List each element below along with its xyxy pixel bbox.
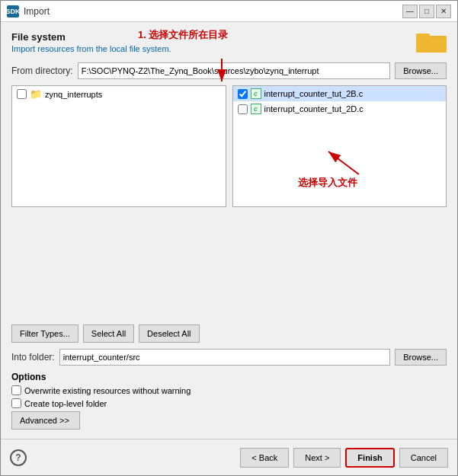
file-panels: 📁 zynq_interrupts c interrupt_counter_tu… <box>11 85 447 318</box>
overwrite-checkbox-row: Overwrite existing resources without war… <box>11 385 447 395</box>
bottom-left: ? <box>10 449 27 466</box>
title-bar: SDK Import — □ ✕ <box>1 1 457 22</box>
annotation-1: 1. 选择文件所在目录 <box>138 28 228 42</box>
overwrite-label: Overwrite existing resources without war… <box>24 386 191 395</box>
from-directory-input[interactable] <box>78 62 390 79</box>
c-file-icon: c <box>251 88 261 99</box>
into-folder-input[interactable] <box>59 349 390 366</box>
next-button[interactable]: Next > <box>293 448 341 468</box>
options-title: Options <box>11 372 447 382</box>
right-item-1-label: interrupt_counter_tut_2B.c <box>264 89 364 98</box>
cancel-button[interactable]: Cancel <box>399 448 448 468</box>
svg-rect-3 <box>416 37 447 53</box>
back-button[interactable]: < Back <box>240 448 289 468</box>
finish-button[interactable]: Finish <box>345 448 394 468</box>
into-folder-row: Into folder: Browse... <box>11 349 447 366</box>
folder-icon: 📁 <box>30 88 42 100</box>
help-button[interactable]: ? <box>10 449 27 466</box>
sdk-icon: SDK <box>7 5 19 18</box>
right-item-2-checkbox[interactable] <box>238 104 248 114</box>
right-item-1-checkbox[interactable] <box>238 89 248 99</box>
left-item-label: zynq_interrupts <box>45 90 102 99</box>
section-header: File system Import resources from the lo… <box>11 31 447 53</box>
maximize-button[interactable]: □ <box>419 5 434 18</box>
section-subtitle: Import resources from the local file sys… <box>11 44 447 53</box>
deselect-all-button[interactable]: Deselect All <box>139 324 199 343</box>
close-button[interactable]: ✕ <box>436 5 451 18</box>
bottom-bar: ? < Back Next > Finish Cancel <box>1 439 457 475</box>
create-top-level-checkbox[interactable] <box>11 398 21 408</box>
import-dialog: SDK Import — □ ✕ 1. 选择文件所在目录 File system… <box>0 0 458 476</box>
right-item-2-label: interrupt_counter_tut_2D.c <box>264 104 364 113</box>
options-section: Options Overwrite existing resources wit… <box>11 372 447 430</box>
into-folder-label: Into folder: <box>11 352 55 363</box>
right-file-panel[interactable]: c interrupt_counter_tut_2B.c c interrupt… <box>232 85 447 207</box>
title-bar-left: SDK Import <box>7 5 50 18</box>
list-item[interactable]: c interrupt_counter_tut_2B.c <box>233 86 447 101</box>
window-title: Import <box>24 6 50 17</box>
into-folder-browse-button[interactable]: Browse... <box>395 349 447 366</box>
minimize-button[interactable]: — <box>402 5 418 18</box>
folder-icon-large <box>416 30 447 54</box>
filter-types-button[interactable]: Filter Types... <box>11 324 78 343</box>
action-buttons-row: Filter Types... Select All Deselect All <box>11 324 447 343</box>
left-file-panel[interactable]: 📁 zynq_interrupts <box>11 85 226 207</box>
bottom-right: < Back Next > Finish Cancel <box>240 448 448 468</box>
create-top-level-label: Create top-level folder <box>24 399 107 408</box>
list-item[interactable]: c interrupt_counter_tut_2D.c <box>233 101 447 117</box>
section-title: File system <box>11 31 447 43</box>
left-item-checkbox[interactable] <box>17 89 27 99</box>
list-item[interactable]: 📁 zynq_interrupts <box>12 86 226 102</box>
from-directory-row: From directory: Browse... <box>11 62 447 79</box>
select-all-button[interactable]: Select All <box>83 324 134 343</box>
from-directory-label: From directory: <box>11 65 73 76</box>
overwrite-checkbox[interactable] <box>11 385 21 395</box>
advanced-button[interactable]: Advanced >> <box>11 411 80 430</box>
main-content: 1. 选择文件所在目录 File system Import resources… <box>1 22 457 439</box>
c-file-icon: c <box>251 104 261 114</box>
window-controls: — □ ✕ <box>402 5 451 18</box>
create-top-level-checkbox-row: Create top-level folder <box>11 398 447 408</box>
from-directory-browse-button[interactable]: Browse... <box>395 62 447 79</box>
